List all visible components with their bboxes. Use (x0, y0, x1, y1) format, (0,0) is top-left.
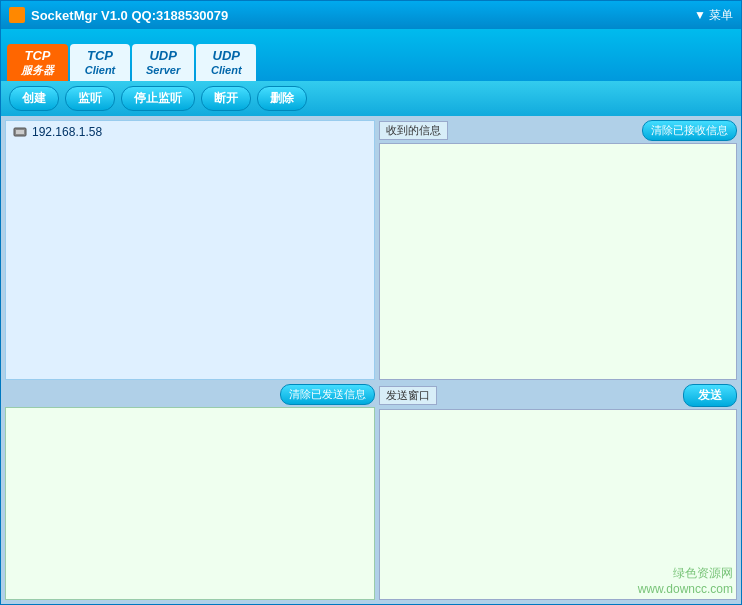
send-header: 发送窗口 发送 (379, 384, 737, 407)
main-content: 192.168.1.58 收到的信息 清除已接收信息 清除已发送信息 (1, 116, 741, 604)
top-section: 192.168.1.58 收到的信息 清除已接收信息 (5, 120, 737, 380)
delete-button[interactable]: 删除 (257, 86, 307, 111)
clear-sent-button[interactable]: 清除已发送信息 (280, 384, 375, 405)
create-button[interactable]: 创建 (9, 86, 59, 111)
sent-header: 清除已发送信息 (5, 384, 375, 405)
stop-listen-button[interactable]: 停止监听 (121, 86, 195, 111)
tab-udp-client[interactable]: UDP Client (196, 44, 256, 81)
title-text: SocketMgr V1.0 QQ:3188530079 (31, 8, 228, 23)
watermark: 绿色资源网 www.downcc.com (638, 565, 733, 596)
sent-content[interactable] (5, 407, 375, 600)
received-text-area[interactable] (380, 144, 736, 379)
connection-address: 192.168.1.58 (32, 125, 102, 139)
menu-icon: ▼ (694, 8, 706, 22)
tab-tcp-client[interactable]: TCP Client (70, 44, 130, 81)
send-label: 发送窗口 (379, 386, 437, 405)
listen-button[interactable]: 监听 (65, 86, 115, 111)
tab-bar: TCP 服务器 TCP Client UDP Server UDP Client (1, 29, 741, 81)
received-panel: 收到的信息 清除已接收信息 (379, 120, 737, 380)
title-bar: SocketMgr V1.0 QQ:3188530079 ▼ 菜单 (1, 1, 741, 29)
bottom-section: 清除已发送信息 发送窗口 发送 (5, 384, 737, 600)
connection-item[interactable]: 192.168.1.58 (6, 121, 374, 143)
connection-list-panel[interactable]: 192.168.1.58 (5, 120, 375, 380)
received-header: 收到的信息 清除已接收信息 (379, 120, 737, 141)
sent-panel: 清除已发送信息 (5, 384, 375, 600)
connection-icon (12, 124, 28, 140)
clear-received-button[interactable]: 清除已接收信息 (642, 120, 737, 141)
app-icon (9, 7, 25, 23)
tab-udp-server[interactable]: UDP Server (132, 44, 194, 81)
menu-button[interactable]: ▼ 菜单 (694, 7, 733, 24)
toolbar: 创建 监听 停止监听 断开 删除 (1, 81, 741, 116)
svg-rect-1 (16, 130, 24, 134)
send-button[interactable]: 发送 (683, 384, 737, 407)
tab-tcp-server[interactable]: TCP 服务器 (7, 44, 68, 81)
received-content (379, 143, 737, 380)
received-label: 收到的信息 (379, 121, 448, 140)
disconnect-button[interactable]: 断开 (201, 86, 251, 111)
